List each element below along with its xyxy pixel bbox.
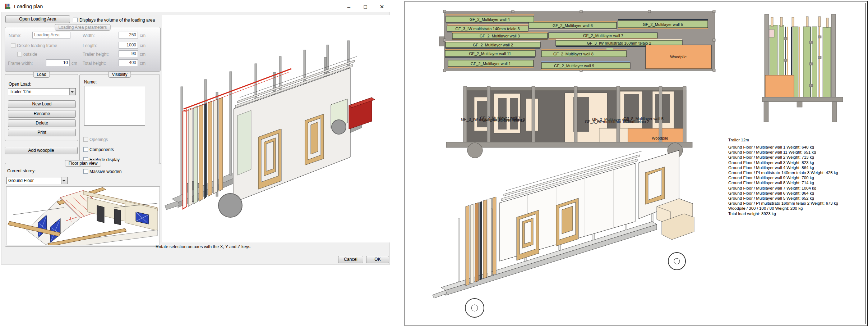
trailer-height-unit: cm xyxy=(140,52,146,57)
weight-line: Ground Floor / Multilayer wall 8 Weight:… xyxy=(728,180,865,185)
width-label: Width: xyxy=(83,33,95,38)
displays-volume-label: Displays the volume of the loading area xyxy=(79,18,155,23)
weight-line: Ground Floor / Multilayer wall 6 Weight:… xyxy=(728,191,865,196)
isometric-view xyxy=(433,150,694,317)
iso-window-2 xyxy=(556,198,578,246)
svg-text:GF_2_Multilayer wall 7: GF_2_Multilayer wall 7 xyxy=(583,33,623,38)
weight-list: Trailer 12m Ground Floor / Multilayer wa… xyxy=(728,138,865,216)
floor-plan-thumbnail xyxy=(6,186,160,245)
svg-text:GF_2_Multilayer wall 5: GF_2_Multilayer wall 5 xyxy=(643,22,683,27)
total-height-label: Total height: xyxy=(83,61,106,66)
elevation-view: GF_3_IW multistrato 140mm telaio 3 GF_2_… xyxy=(446,86,692,158)
trailer-height-label: Trailer height: xyxy=(83,52,109,57)
visibility-listbox[interactable] xyxy=(84,86,145,126)
total-height-field: 400 xyxy=(119,59,138,66)
length-label: Length: xyxy=(83,43,97,48)
svg-text:GF_3_IW multistrato 160mm tela: GF_3_IW multistrato 160mm telaio 2 xyxy=(587,41,651,45)
total-height-unit: cm xyxy=(140,61,146,66)
visibility-group-title: Visibility xyxy=(108,71,131,78)
svg-text:Woodpile: Woodpile xyxy=(670,55,687,59)
cancel-button[interactable]: Cancel xyxy=(338,256,363,263)
trailer-3d-view[interactable] xyxy=(162,15,390,242)
svg-text:GF_2_Multilayer wall 11: GF_2_Multilayer wall 11 xyxy=(482,118,524,122)
new-load-button[interactable]: New Load xyxy=(8,100,76,108)
openings-checkbox xyxy=(83,137,88,142)
drawing-sheet: GF_2_Multilayer wall 4 GF_3_IW multistra… xyxy=(405,1,868,326)
openings-label: Openings xyxy=(89,137,108,142)
iso-window-1 xyxy=(517,210,539,260)
app-icon xyxy=(4,3,11,10)
massive-wooden-checkbox[interactable] xyxy=(83,169,88,174)
weight-line: Ground Floor / Multilayer wall 1 Weight:… xyxy=(728,145,865,150)
weight-line: Ground Floor / Multilayer wall 4 Weight:… xyxy=(728,165,865,170)
iso-panel-stack xyxy=(466,197,496,286)
floor-plan-view-title: Floor plan view xyxy=(65,160,101,167)
end-view xyxy=(762,14,843,122)
name-field: Loading Area xyxy=(32,32,70,38)
floor-plan-drawing xyxy=(6,187,160,245)
combo-arrow-icon[interactable] xyxy=(69,88,75,95)
visibility-group: Visibility Name: Openings Components Exp… xyxy=(79,74,160,164)
panel-window-1 xyxy=(258,129,281,189)
weight-line: Ground Floor / PI multistrato 140mm tela… xyxy=(728,170,865,175)
create-loading-frame-label: Create loading frame xyxy=(17,43,57,48)
close-icon[interactable]: ✕ xyxy=(374,1,390,12)
frame-width-field: 10 xyxy=(46,59,70,66)
rename-button[interactable]: Rename xyxy=(8,110,76,118)
frame-width-unit: cm xyxy=(71,61,77,66)
weight-list-title: Trailer 12m xyxy=(728,138,865,143)
weight-line: Ground Floor / Multilayer wall 11 Weight… xyxy=(728,150,865,155)
displays-volume-checkbox[interactable] xyxy=(73,18,78,22)
open-load-combobox[interactable]: Trailer 12m xyxy=(8,88,76,95)
open-loading-area-button[interactable]: Open Loading Area xyxy=(5,15,70,23)
iso-window-3 xyxy=(645,167,665,204)
open-load-label: Open Load: xyxy=(9,82,31,87)
maximize-icon[interactable]: □ xyxy=(357,1,373,12)
loading-plan-dialog: Loading plan – □ ✕ Open Loading Area Dis… xyxy=(1,1,390,264)
svg-text:GF_2_Multilayer wall 1: GF_2_Multilayer wall 1 xyxy=(471,62,511,66)
visibility-name-label: Name: xyxy=(84,80,97,85)
massive-wooden-label: Massive wooden xyxy=(89,169,121,174)
loading-area-parameters-title: Loading Area parameters xyxy=(55,24,111,31)
minimize-icon[interactable]: – xyxy=(341,1,357,12)
current-storey-combobox[interactable]: Ground Floor xyxy=(6,177,68,184)
frame-width-label: Frame width: xyxy=(8,61,33,66)
weight-line: Ground Floor / Multilayer wall 2 Weight:… xyxy=(728,155,865,160)
delete-button[interactable]: Delete xyxy=(8,119,76,127)
svg-text:GF_2_Multilayer wall 6: GF_2_Multilayer wall 6 xyxy=(553,23,593,28)
weight-line: Woodpile / 300 / 100 / 80 Weight: 200 kg xyxy=(728,206,865,211)
create-loading-frame-checkbox xyxy=(11,43,15,48)
red-woodpile-block xyxy=(349,97,375,129)
weight-line: Ground Floor / Multilayer wall 5 Weight:… xyxy=(728,196,865,201)
load-group: Load Open Load: Trailer 12m New Load Ren… xyxy=(5,74,78,141)
iso-woodpile xyxy=(657,199,694,240)
dialog-titlebar[interactable]: Loading plan – □ ✕ xyxy=(1,1,390,12)
current-storey-label: Current storey: xyxy=(7,168,36,173)
end-view-woodpile-block xyxy=(765,75,794,97)
loading-area-parameters-group: Loading Area parameters Name: Loading Ar… xyxy=(5,27,161,72)
weight-line: Ground Floor / Multilayer wall 9 Weight:… xyxy=(728,175,865,180)
weight-line-total: Total load weight: 8923 kg xyxy=(728,211,865,216)
width-field: 250 xyxy=(119,32,138,38)
components-checkbox[interactable] xyxy=(83,147,88,152)
components-label: Components xyxy=(89,147,114,152)
open-load-value: Trailer 12m xyxy=(10,89,31,94)
plan-view: GF_2_Multilayer wall 4 GF_3_IW multistra… xyxy=(439,10,715,72)
dialog-title: Loading plan xyxy=(14,4,43,9)
svg-text:GF_2_Multilayer wall 3: GF_2_Multilayer wall 3 xyxy=(480,34,520,38)
trailer-3d-drawing xyxy=(162,15,390,242)
floor-plan-view-group: Floor plan view Current storey: Massive … xyxy=(5,163,161,247)
width-unit: cm xyxy=(140,33,146,38)
combo-arrow-icon[interactable] xyxy=(61,177,67,184)
weight-line: Ground Floor / Multilayer wall 7 Weight:… xyxy=(728,186,865,191)
weight-line: Ground Floor / PI multistrato 160mm tela… xyxy=(728,201,865,206)
trailer-height-field: 90 xyxy=(119,50,138,57)
name-label: Name: xyxy=(9,33,21,38)
svg-text:GF_2_Multilayer wall 11: GF_2_Multilayer wall 11 xyxy=(469,51,511,56)
svg-text:Woodpile: Woodpile xyxy=(652,136,668,140)
print-button[interactable]: Print xyxy=(8,129,76,136)
outside-checkbox xyxy=(17,52,22,56)
add-woodpile-button[interactable]: Add woodpile xyxy=(5,147,78,154)
ok-button[interactable]: OK xyxy=(366,256,389,263)
svg-text:GF_2_Multilayer wall 4: GF_2_Multilayer wall 4 xyxy=(470,17,510,22)
